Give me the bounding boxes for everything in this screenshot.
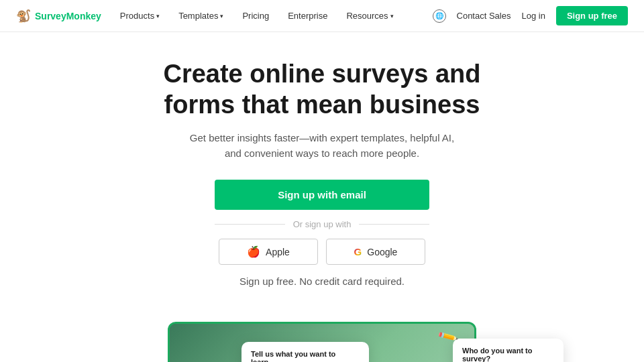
nav-products[interactable]: Products ▾ [120,11,160,21]
apple-label: Apple [266,247,290,257]
login-link[interactable]: Log in [521,11,545,21]
build-card-title: Tell us what you want to learn... [251,350,360,362]
hero-subtext: Get better insights faster—with expert t… [181,131,463,161]
build-survey-card: Tell us what you want to learn... I work… [241,342,369,362]
google-icon: G [354,246,362,257]
who-survey-card: Who do you want to survey? 🌍 Country 👤 G… [453,339,564,362]
google-signup-button[interactable]: G Google [326,239,425,265]
nav-resources[interactable]: Resources ▾ [346,11,393,21]
apple-icon: 🍎 [247,245,260,258]
resources-chevron-icon: ▾ [390,13,394,19]
logo-text: SurveyMonkey [35,11,101,21]
hero-section: Create online surveys and forms that mea… [0,32,644,322]
google-label: Google [367,247,397,257]
or-divider: Or sign up with [215,219,429,229]
social-buttons: 🍎 Apple G Google [13,239,631,265]
logo-icon: 🐒 [16,9,31,23]
products-chevron-icon: ▾ [156,13,160,19]
no-credit-card-text: Sign up free. No credit card required. [181,274,463,290]
contact-sales-link[interactable]: Contact Sales [457,11,511,21]
language-selector[interactable]: 🌐 [433,9,446,23]
nav-templates[interactable]: Templates ▾ [178,11,223,21]
who-card-title: Who do you want to survey? [462,347,554,362]
email-signup-button[interactable]: Sign up with email [215,180,429,210]
preview-area: ✏️ Tell us what you want to learn... I w… [80,322,564,362]
signup-button[interactable]: Sign up free [556,6,628,25]
hero-headline: Create online surveys and forms that mea… [134,59,510,120]
or-line-left [215,224,285,225]
apple-signup-button[interactable]: 🍎 Apple [219,239,318,265]
templates-chevron-icon: ▾ [220,13,223,19]
or-line-right [359,224,429,225]
or-text: Or sign up with [293,219,352,229]
nav-enterprise[interactable]: Enterprise [288,11,327,21]
navbar: 🐒 SurveyMonkey Products ▾ Templates ▾ Pr… [0,0,644,32]
logo[interactable]: 🐒 SurveyMonkey [16,9,101,23]
nav-pricing[interactable]: Pricing [242,11,269,21]
